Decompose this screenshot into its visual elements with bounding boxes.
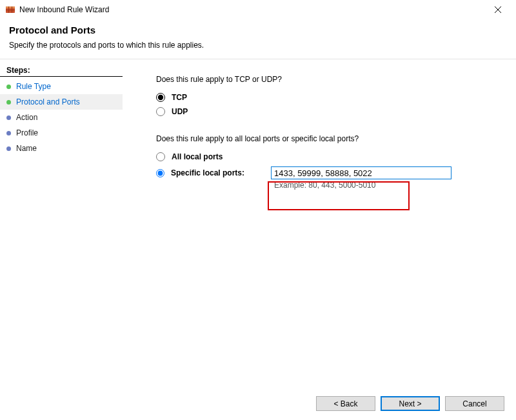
specific-ports-option[interactable]: Specific local ports: — [156, 166, 497, 179]
ports-input[interactable] — [271, 166, 452, 179]
step-label[interactable]: Rule Type — [16, 82, 51, 91]
step-bullet-icon — [6, 115, 11, 120]
ports-question: Does this rule apply to all local ports … — [156, 134, 497, 143]
protocol-radio-group: TCP UDP — [156, 93, 497, 116]
all-ports-label: All local ports — [172, 152, 223, 161]
ports-radio-group: All local ports Specific local ports: Ex… — [156, 152, 497, 190]
step-action[interactable]: Action — [0, 110, 123, 125]
step-protocol-ports[interactable]: Protocol and Ports — [0, 94, 123, 110]
wizard-window: New Inbound Rule Wizard Protocol and Por… — [0, 0, 516, 420]
step-bullet-icon — [6, 100, 11, 105]
step-rule-type[interactable]: Rule Type — [0, 79, 123, 94]
tcp-option[interactable]: TCP — [156, 93, 497, 102]
udp-radio[interactable] — [156, 107, 165, 116]
steps-title: Steps: — [0, 63, 123, 77]
specific-ports-radio[interactable] — [156, 169, 164, 177]
step-bullet-icon — [6, 146, 11, 151]
all-ports-option[interactable]: All local ports — [156, 152, 497, 161]
specific-ports-label: Specific local ports: — [171, 168, 271, 177]
udp-option[interactable]: UDP — [156, 107, 497, 116]
protocol-question: Does this rule apply to TCP or UDP? — [156, 75, 497, 84]
all-ports-radio[interactable] — [156, 152, 165, 161]
svg-rect-2 — [6, 10, 15, 10]
step-bullet-icon — [6, 85, 11, 89]
svg-rect-1 — [6, 6, 15, 8]
cancel-button[interactable]: Cancel — [445, 396, 504, 411]
body: Steps: Rule Type Protocol and Ports Acti… — [0, 59, 516, 420]
steps-sidebar: Steps: Rule Type Protocol and Ports Acti… — [0, 59, 123, 420]
main-panel: Does this rule apply to TCP or UDP? TCP … — [123, 59, 516, 420]
page-subtitle: Specify the protocols and ports to which… — [9, 41, 507, 50]
step-profile[interactable]: Profile — [0, 125, 123, 141]
tcp-radio[interactable] — [156, 93, 165, 102]
udp-label: UDP — [172, 107, 188, 116]
close-button[interactable] — [485, 2, 511, 17]
wizard-footer: < Back Next > Cancel — [316, 396, 504, 411]
tcp-label: TCP — [172, 93, 187, 102]
svg-rect-4 — [12, 6, 12, 13]
window-title: New Inbound Rule Wizard — [19, 5, 485, 14]
page-title: Protocol and Ports — [9, 25, 507, 35]
step-label: Name — [16, 144, 37, 153]
step-label[interactable]: Protocol and Ports — [16, 97, 80, 106]
titlebar: New Inbound Rule Wizard — [0, 0, 516, 19]
next-button[interactable]: Next > — [381, 396, 440, 411]
svg-rect-3 — [8, 6, 9, 13]
firewall-icon — [5, 5, 15, 15]
ports-example: Example: 80, 443, 5000-5010 — [274, 181, 497, 190]
step-bullet-icon — [6, 131, 11, 135]
back-button[interactable]: < Back — [316, 396, 375, 411]
page-header: Protocol and Ports Specify the protocols… — [0, 19, 516, 59]
step-label: Profile — [16, 128, 38, 137]
step-label: Action — [16, 113, 37, 122]
step-name[interactable]: Name — [0, 141, 123, 156]
